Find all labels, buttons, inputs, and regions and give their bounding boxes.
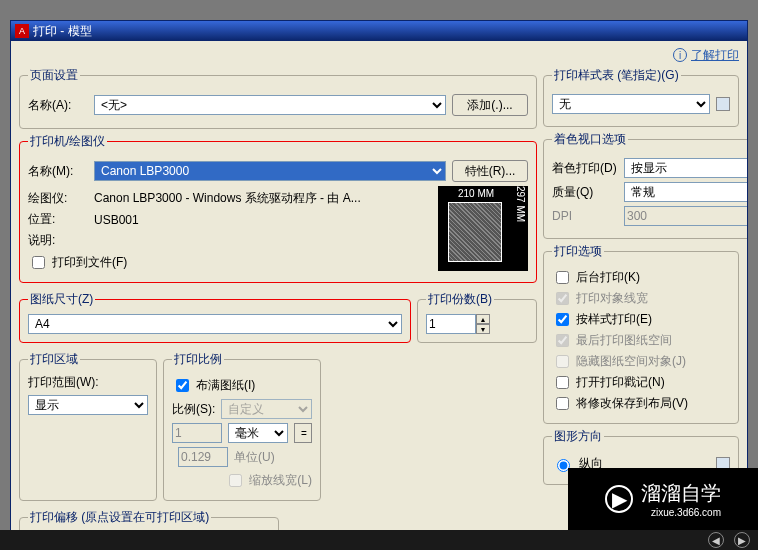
print-to-file-checkbox[interactable] xyxy=(32,256,45,269)
paper-size-group: 图纸尺寸(Z) A4 xyxy=(19,291,411,343)
add-button[interactable]: 添加(.)... xyxy=(452,94,528,116)
page-setup-group: 页面设置 名称(A): <无> 添加(.)... xyxy=(19,67,537,129)
preview-page xyxy=(448,202,502,262)
print-area-group: 打印区域 打印范围(W): 显示 xyxy=(19,351,157,501)
printer-group: 打印机/绘图仪 名称(M): Canon LBP3000 特性(R)... 绘图… xyxy=(19,133,537,283)
bg-checkbox[interactable] xyxy=(556,271,569,284)
fit-label: 布满图纸(I) xyxy=(196,377,255,394)
copies-down[interactable]: ▼ xyxy=(476,324,490,334)
plotter-label: 绘图仪: xyxy=(28,190,88,207)
bystyle-label: 按样式打印(E) xyxy=(576,311,652,328)
desc-label: 说明: xyxy=(28,232,88,249)
save-layout-label: 将修改保存到布局(V) xyxy=(576,395,688,412)
watermark-brand: 溜溜自学 xyxy=(641,482,721,504)
copies-group: 打印份数(B) ▲▼ xyxy=(417,291,537,343)
dpi-label: DPI xyxy=(552,209,618,223)
copies-legend: 打印份数(B) xyxy=(426,291,494,308)
range-label: 打印范围(W): xyxy=(28,374,148,391)
save-layout-checkbox[interactable] xyxy=(556,397,569,410)
style-table-group: 打印样式表 (笔指定)(G) 无 xyxy=(543,67,739,127)
print-area-legend: 打印区域 xyxy=(28,351,80,368)
paper-size-legend: 图纸尺寸(Z) xyxy=(28,291,95,308)
watermark-overlay: ▶ 溜溜自学 zixue.3d66.com xyxy=(568,468,758,530)
style-table-select[interactable]: 无 xyxy=(552,94,710,114)
style-edit-icon[interactable] xyxy=(716,97,730,111)
stamp-label: 打开打印戳记(N) xyxy=(576,374,665,391)
options-legend: 打印选项 xyxy=(552,243,604,260)
scale-lw-checkbox xyxy=(229,474,242,487)
preview-width-label: 210 MM xyxy=(438,188,514,199)
scale-group: 打印比例 布满图纸(I) 比例(S):自定义 毫米 = 单位(U) 缩放线宽(L xyxy=(163,351,321,501)
page-name-select[interactable]: <无> xyxy=(94,95,446,115)
den-unit-label: 单位(U) xyxy=(234,449,312,466)
viewport-group: 着色视口选项 着色打印(D)按显示 质量(Q)常规 DPI xyxy=(543,131,747,239)
range-select[interactable]: 显示 xyxy=(28,395,148,415)
page-name-label: 名称(A): xyxy=(28,97,88,114)
titlebar: A 打印 - 模型 xyxy=(11,21,747,41)
scale-legend: 打印比例 xyxy=(172,351,224,368)
scale-den-input xyxy=(178,447,228,467)
scale-lw-label: 缩放线宽(L) xyxy=(249,472,312,489)
quality-select[interactable]: 常规 xyxy=(624,182,747,202)
app-icon: A xyxy=(15,24,29,38)
shade-label: 着色打印(D) xyxy=(552,160,618,177)
watermark-url: zixue.3d66.com xyxy=(641,507,721,518)
location-value: USB001 xyxy=(94,213,139,227)
printer-name-select[interactable]: Canon LBP3000 xyxy=(94,161,446,181)
prev-btn[interactable]: ◀ xyxy=(708,532,724,548)
bystyle-checkbox[interactable] xyxy=(556,313,569,326)
copies-up[interactable]: ▲ xyxy=(476,314,490,324)
scale-eq-button[interactable]: = xyxy=(294,423,312,443)
hideps-label: 隐藏图纸空间对象(J) xyxy=(576,353,686,370)
scale-unit-select[interactable]: 毫米 xyxy=(228,423,288,443)
dpi-input xyxy=(624,206,747,226)
options-group: 打印选项 后台打印(K) 打印对象线宽 按样式打印(E) 最后打印图纸空间 隐藏… xyxy=(543,243,739,424)
learn-print-link[interactable]: 了解打印 xyxy=(691,47,739,64)
page-setup-legend: 页面设置 xyxy=(28,67,80,84)
print-to-file-label: 打印到文件(F) xyxy=(52,254,127,271)
quality-label: 质量(Q) xyxy=(552,184,618,201)
window-title: 打印 - 模型 xyxy=(33,23,92,40)
plotter-value: Canon LBP3000 - Windows 系统驱动程序 - 由 A... xyxy=(94,190,361,207)
copies-input[interactable] xyxy=(426,314,476,334)
offset-legend: 打印偏移 (原点设置在可打印区域) xyxy=(28,509,211,526)
paper-preview: 210 MM 297 MM xyxy=(438,186,528,271)
location-label: 位置: xyxy=(28,211,88,228)
shade-select[interactable]: 按显示 xyxy=(624,158,747,178)
lastps-label: 最后打印图纸空间 xyxy=(576,332,672,349)
preview-height-label: 297 MM xyxy=(515,186,526,271)
hideps-checkbox xyxy=(556,355,569,368)
properties-button[interactable]: 特性(R)... xyxy=(452,160,528,182)
ratio-label: 比例(S): xyxy=(172,401,215,418)
paper-size-select[interactable]: A4 xyxy=(28,314,402,334)
next-btn[interactable]: ▶ xyxy=(734,532,750,548)
stamp-checkbox[interactable] xyxy=(556,376,569,389)
objlw-label: 打印对象线宽 xyxy=(576,290,648,307)
bg-label: 后台打印(K) xyxy=(576,269,640,286)
ratio-select: 自定义 xyxy=(221,399,312,419)
scale-num-input xyxy=(172,423,222,443)
style-table-legend: 打印样式表 (笔指定)(G) xyxy=(552,67,681,84)
info-icon: i xyxy=(673,48,687,62)
fit-checkbox[interactable] xyxy=(176,379,189,392)
orient-legend: 图形方向 xyxy=(552,428,604,445)
printer-name-label: 名称(M): xyxy=(28,163,88,180)
objlw-checkbox xyxy=(556,292,569,305)
lastps-checkbox xyxy=(556,334,569,347)
printer-legend: 打印机/绘图仪 xyxy=(28,133,107,150)
bottom-bar: ◀ ▶ xyxy=(0,530,758,550)
viewport-legend: 着色视口选项 xyxy=(552,131,628,148)
play-icon: ▶ xyxy=(605,485,633,513)
